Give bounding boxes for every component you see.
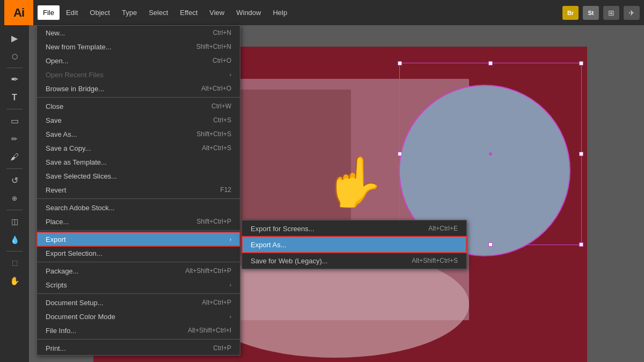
handle-tc[interactable] <box>488 61 493 65</box>
separator-3 <box>37 230 240 231</box>
menu-file-info-label: File Info... <box>46 327 76 335</box>
menu-browse-bridge-shortcut: Alt+Ctrl+O <box>201 85 231 92</box>
handle-ml[interactable] <box>398 152 402 156</box>
menu-bar: Ai File Edit Object Type Select Effect V… <box>0 0 644 25</box>
tool-separator-3 <box>6 168 23 169</box>
menu-new-label: New... <box>46 29 65 37</box>
menu-new-template[interactable]: New from Template... Shift+Ctrl+N <box>37 40 240 54</box>
menu-file[interactable]: File <box>38 5 60 20</box>
separator-4 <box>37 262 240 262</box>
file-dropdown-menu: New... Ctrl+N New from Template... Shift… <box>36 25 240 356</box>
menu-help[interactable]: Help <box>267 5 292 20</box>
menu-save-slices[interactable]: Save Selected Slices... <box>37 169 240 183</box>
menu-window[interactable]: Window <box>231 5 266 20</box>
export-submenu: Export for Screens... Alt+Ctrl+E Export … <box>241 220 467 269</box>
menu-open[interactable]: Open... Ctrl+O <box>37 54 240 68</box>
save-for-web-label: Save for Web (Legacy)... <box>251 257 328 265</box>
menu-save-copy[interactable]: Save a Copy... Alt+Ctrl+S <box>37 141 240 155</box>
handle-bc[interactable] <box>488 242 493 247</box>
handle-mr[interactable] <box>579 152 583 156</box>
menu-close-label: Close <box>46 102 63 110</box>
bridge-button[interactable]: Br <box>562 6 579 20</box>
menu-effect[interactable]: Effect <box>174 5 203 20</box>
menu-right-area: Br St ⊞ ✈ <box>562 6 640 20</box>
menu-save-copy-shortcut: Alt+Ctrl+S <box>202 144 231 152</box>
menu-color-mode[interactable]: Document Color Mode › <box>37 309 240 323</box>
menu-file-info[interactable]: File Info... Alt+Shift+Ctrl+I <box>37 323 240 337</box>
menu-export-selection[interactable]: Export Selection... <box>37 246 240 260</box>
menu-doc-setup[interactable]: Document Setup... Alt+Ctrl+P <box>37 295 240 309</box>
handle-tr[interactable] <box>579 61 583 65</box>
type-tool[interactable]: T <box>5 89 24 106</box>
menu-object[interactable]: Object <box>84 5 115 20</box>
share-button[interactable]: ✈ <box>624 6 640 20</box>
eyedropper-tool[interactable]: 💧 <box>5 231 24 248</box>
menu-save-as-label: Save As... <box>46 130 77 138</box>
menu-open-recent-arrow: › <box>230 72 231 78</box>
menu-save-template[interactable]: Save as Template... <box>37 155 240 169</box>
menu-select[interactable]: Select <box>143 5 173 20</box>
menu-print-shortcut: Ctrl+P <box>213 344 231 352</box>
menu-new-shortcut: Ctrl+N <box>213 29 231 36</box>
center-point <box>489 152 492 156</box>
export-as[interactable]: Export As... <box>242 237 466 253</box>
menu-file-info-shortcut: Alt+Shift+Ctrl+I <box>188 327 231 334</box>
menu-browse-bridge[interactable]: Browse in Bridge... Alt+Ctrl+O <box>37 82 240 95</box>
export-for-screens-shortcut: Alt+Ctrl+E <box>428 225 458 232</box>
handle-tl[interactable] <box>398 61 402 65</box>
separator-2 <box>37 198 240 199</box>
menu-scripts[interactable]: Scripts › <box>37 278 240 292</box>
menu-open-recent-label: Open Recent Files <box>46 71 104 79</box>
menu-revert[interactable]: Revert F12 <box>37 183 240 197</box>
shape-builder-tool[interactable]: ⊕ <box>5 190 24 207</box>
menu-view[interactable]: View <box>204 5 230 20</box>
menu-type[interactable]: Type <box>116 5 142 20</box>
menu-search-stock[interactable]: Search Adobe Stock... <box>37 201 240 215</box>
menu-new-template-shortcut: Shift+Ctrl+N <box>196 43 231 50</box>
menu-doc-setup-shortcut: Alt+Ctrl+P <box>202 299 231 306</box>
menu-export-selection-label: Export Selection... <box>46 249 103 257</box>
menu-place[interactable]: Place... Shift+Ctrl+P <box>37 215 240 228</box>
tool-separator-2 <box>6 109 23 109</box>
menu-place-label: Place... <box>46 218 69 226</box>
menu-browse-bridge-label: Browse in Bridge... <box>46 85 104 93</box>
menu-save-as-shortcut: Shift+Ctrl+S <box>196 130 231 138</box>
export-for-screens[interactable]: Export for Screens... Alt+Ctrl+E <box>242 220 466 237</box>
artboard-tool[interactable]: ⬚ <box>5 254 24 271</box>
menu-open-shortcut: Ctrl+O <box>213 57 231 64</box>
pen-tool[interactable]: ✒ <box>5 71 24 88</box>
save-for-web[interactable]: Save for Web (Legacy)... Alt+Shift+Ctrl+… <box>242 253 466 269</box>
menu-save[interactable]: Save Ctrl+S <box>37 113 240 127</box>
gradient-tool[interactable]: ◫ <box>5 213 24 230</box>
handle-br[interactable] <box>579 242 583 247</box>
tool-separator-5 <box>6 251 23 252</box>
paintbrush-tool[interactable]: 🖌 <box>5 149 24 166</box>
menu-new[interactable]: New... Ctrl+N <box>37 26 240 40</box>
select-tool[interactable]: ▶ <box>5 29 24 47</box>
menu-edit[interactable]: Edit <box>61 5 83 20</box>
menu-package[interactable]: Package... Alt+Shift+Ctrl+P <box>37 264 240 278</box>
menu-export[interactable]: Export › <box>37 232 240 246</box>
menu-save-as[interactable]: Save As... Shift+Ctrl+S <box>37 127 240 141</box>
stock-button[interactable]: St <box>583 6 599 20</box>
menu-color-mode-label: Document Color Mode <box>46 313 115 321</box>
menu-open-label: Open... <box>46 57 69 65</box>
pencil-tool[interactable]: ✏ <box>5 130 24 147</box>
menu-scripts-arrow: › <box>230 282 231 288</box>
menu-package-label: Package... <box>46 267 78 275</box>
menu-print[interactable]: Print... Ctrl+P <box>37 341 240 355</box>
menu-doc-setup-label: Document Setup... <box>46 299 104 307</box>
direct-select-tool[interactable]: ⬡ <box>5 48 24 65</box>
menu-color-mode-arrow: › <box>230 314 231 320</box>
app-logo: Ai <box>4 0 33 25</box>
menu-save-label: Save <box>46 116 62 124</box>
menu-close-shortcut: Ctrl+W <box>211 102 231 110</box>
workspace-button[interactable]: ⊞ <box>603 6 619 20</box>
menu-export-arrow: › <box>230 237 231 242</box>
menu-close[interactable]: Close Ctrl+W <box>37 99 240 113</box>
rotate-tool[interactable]: ↺ <box>5 172 24 189</box>
hand-tool[interactable]: ✋ <box>5 272 24 290</box>
menu-new-template-label: New from Template... <box>46 43 112 51</box>
menu-place-shortcut: Shift+Ctrl+P <box>196 218 231 225</box>
shape-tool[interactable]: ▭ <box>5 112 24 129</box>
